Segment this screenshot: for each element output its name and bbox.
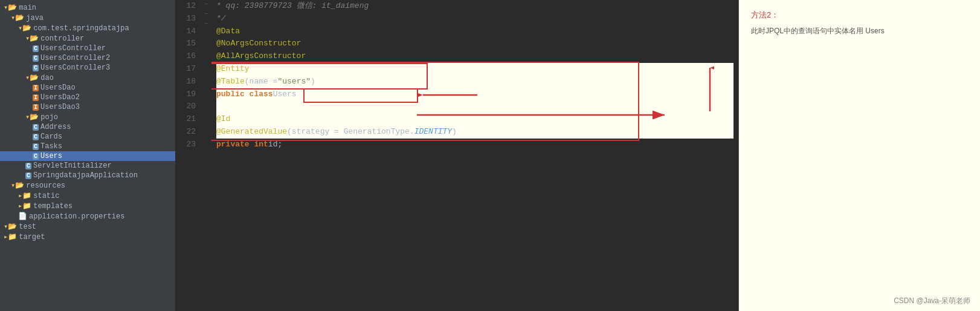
sidebar-item-controller[interactable]: ▾📂controller [0, 33, 175, 44]
fold-button[interactable]: − [201, 19, 211, 29]
sidebar-item-label: test [19, 223, 36, 231]
class-icon: C [33, 64, 40, 72]
sidebar-item-Tasks[interactable]: CTasks [0, 142, 175, 151]
annotation-panel: 方法2： 此时JPQL中的查询语句中实体名用 Users [738, 0, 980, 311]
sidebar-item-pojo[interactable]: ▾📂pojo [0, 112, 175, 122]
interface-icon: I [33, 83, 40, 92]
sidebar-item-label: java [26, 14, 44, 22]
line-number: 22 [175, 126, 196, 139]
code-line [216, 100, 733, 113]
line-number: 17 [175, 63, 196, 76]
file-icon: 📄 [18, 212, 29, 221]
sidebar-item-UsersDao2[interactable]: IUsersDao2 [0, 93, 175, 102]
code-line: * qq: 2398779723 微信: it_daimeng [216, 0, 733, 13]
sidebar-item-application.properties[interactable]: 📄application.properties [0, 211, 175, 221]
sidebar-item-label: Cards [40, 133, 62, 141]
folder-open-icon: ▾📂 [18, 24, 33, 33]
folder-open-icon: ▾📂 [25, 113, 40, 122]
sidebar-item-dao[interactable]: ▾📂dao [0, 73, 175, 83]
line-number: 23 [175, 139, 196, 151]
code-content: * qq: 2398779723 微信: it_daimeng*/@Data@N… [211, 0, 738, 311]
fold-column: −−− [201, 0, 211, 311]
code-line: @Data [216, 25, 733, 38]
sidebar-item-label: UsersDao2 [40, 93, 80, 102]
sidebar-item-label: com.test.springdatajpa [33, 24, 129, 33]
class-icon: C [33, 54, 40, 62]
line-number: 13 [175, 13, 196, 25]
sidebar-item-label: main [19, 4, 36, 12]
folder-icon: ▸📁 [18, 201, 33, 211]
line-numbers: 121314151617181920212223 [175, 0, 201, 311]
code-line: @Id [216, 113, 733, 126]
annotation-title: 方法2： [751, 10, 968, 21]
code-line: @Entity [216, 63, 733, 76]
sidebar-item-test[interactable]: ▾📂test [0, 221, 175, 232]
sidebar-item-label: SpringdatajpaApplication [33, 171, 138, 180]
fold-button[interactable]: − [201, 0, 211, 10]
sidebar-item-label: static [33, 192, 59, 200]
sidebar-item-label: Users [40, 152, 62, 160]
sidebar-item-templates[interactable]: ▸📁templates [0, 201, 175, 211]
sidebar-item-UsersController[interactable]: CUsersController [0, 44, 175, 53]
line-number: 19 [175, 88, 196, 101]
interface-icon: I [33, 93, 40, 102]
sidebar-item-com.test.springdatajpa[interactable]: ▾📂com.test.springdatajpa [0, 23, 175, 33]
sidebar-item-target[interactable]: ▸📁target [0, 232, 175, 242]
code-editor: 121314151617181920212223 −−− * qq: 23987… [175, 0, 738, 311]
code-line: private int id; [216, 139, 733, 151]
sidebar-item-UsersDao3[interactable]: IUsersDao3 [0, 102, 175, 112]
interface-icon: I [33, 103, 40, 111]
sidebar-item-UsersController3[interactable]: CUsersController3 [0, 63, 175, 73]
class-icon: C [33, 44, 40, 53]
sidebar-item-UsersDao[interactable]: IUsersDao [0, 83, 175, 93]
sidebar-item-java[interactable]: ▾📂java [0, 13, 175, 23]
sidebar-item-label: templates [33, 202, 73, 211]
sidebar-item-UsersController2[interactable]: CUsersController2 [0, 53, 175, 63]
sidebar-item-label: resources [26, 182, 65, 190]
sidebar-item-label: controller [40, 34, 84, 43]
line-number: 18 [175, 76, 196, 88]
line-number: 16 [175, 50, 196, 63]
sidebar-item-label: application.properties [29, 212, 124, 221]
sidebar-item-label: UsersController [40, 44, 106, 53]
class-icon: C [33, 133, 40, 141]
annotation-body: 此时JPQL中的查询语句中实体名用 Users [751, 25, 968, 37]
sidebar-item-label: UsersController2 [40, 54, 110, 62]
line-number: 14 [175, 25, 196, 38]
sidebar-item-resources[interactable]: ▾📂resources [0, 180, 175, 191]
sidebar-item-label: UsersController3 [40, 64, 110, 72]
csdn-watermark: CSDN @Java-呆萌老师 [894, 296, 970, 306]
sidebar-item-main[interactable]: ▾📂main [0, 2, 175, 13]
folder-icon: ▸📁 [18, 191, 33, 200]
code-line: public class Users [216, 88, 733, 101]
folder-open-icon: ▾📂 [11, 13, 26, 22]
sidebar-item-ServletInitializer[interactable]: CServletInitializer [0, 161, 175, 171]
sidebar-item-label: Address [40, 123, 71, 131]
class-icon: C [33, 123, 40, 131]
sidebar-item-Address[interactable]: CAddress [0, 122, 175, 132]
sidebar-item-label: dao [40, 74, 54, 82]
sidebar-item-label: pojo [40, 113, 58, 122]
sidebar-item-Users[interactable]: CUsers [0, 151, 175, 161]
folder-open-icon: ▾📂 [11, 181, 26, 190]
code-line: @NoArgsConstructor [216, 38, 733, 50]
class-icon: C [25, 171, 33, 180]
line-number: 21 [175, 113, 196, 126]
code-line: @AllArgsConstructor [216, 50, 733, 63]
class-icon: C [33, 142, 40, 151]
sidebar-item-Cards[interactable]: CCards [0, 132, 175, 142]
sidebar-item-label: ServletInitializer [33, 162, 112, 170]
code-line: */ [216, 13, 733, 25]
line-number: 12 [175, 0, 196, 13]
folder-icon: ▸📁 [4, 232, 19, 241]
code-line: @GeneratedValue(strategy = GenerationTyp… [216, 126, 733, 139]
fold-button[interactable]: − [201, 10, 211, 19]
sidebar-item-label: Tasks [40, 142, 62, 151]
line-number: 15 [175, 38, 196, 50]
folder-open-icon: ▾📂 [25, 73, 40, 82]
file-tree[interactable]: ▾📂main▾📂java▾📂com.test.springdatajpa▾📂co… [0, 0, 175, 311]
sidebar-item-SpringdatajpaApplication[interactable]: CSpringdatajpaApplication [0, 171, 175, 180]
code-line: @Table(name = "users") [216, 76, 733, 88]
class-icon: C [33, 152, 40, 160]
sidebar-item-static[interactable]: ▸📁static [0, 191, 175, 201]
